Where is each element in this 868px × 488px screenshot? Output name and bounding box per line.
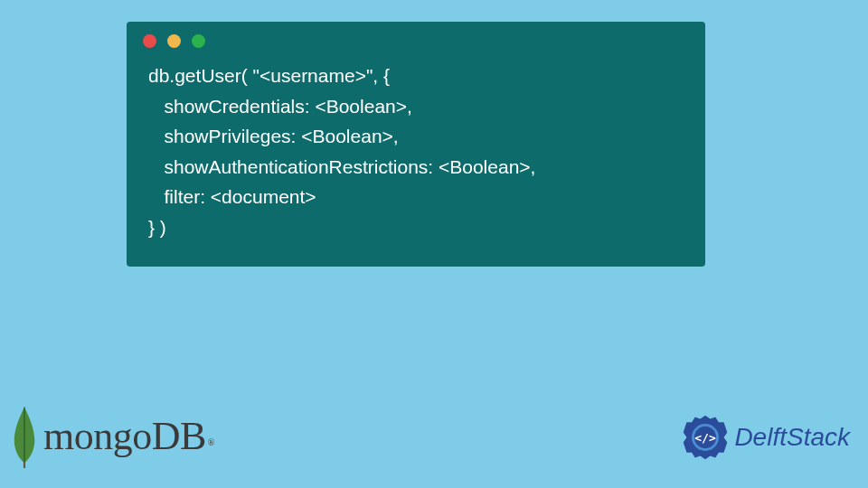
code-line: filter: <document> <box>148 186 316 207</box>
window-controls <box>127 22 705 57</box>
delftstack-gear-icon: </> <box>680 412 731 463</box>
code-line: showAuthenticationRestrictions: <Boolean… <box>148 156 535 177</box>
delftstack-text: DelftStack <box>734 423 850 452</box>
delftstack-logo: </> DelftStack <box>680 412 850 463</box>
code-line: showPrivileges: <Boolean>, <box>148 126 399 146</box>
code-line: showCredentials: <Boolean>, <box>148 96 412 117</box>
minimize-icon <box>167 34 181 48</box>
code-window: db.getUser( "<username>", { showCredenti… <box>127 22 705 267</box>
mongodb-label: mongoDB <box>43 414 206 458</box>
maximize-icon <box>192 34 205 48</box>
svg-text:</>: </> <box>695 431 717 445</box>
code-block: db.getUser( "<username>", { showCredenti… <box>127 57 705 250</box>
close-icon <box>143 34 156 48</box>
code-line: db.getUser( "<username>", { <box>148 65 390 86</box>
mongodb-logo: mongoDB® <box>7 403 212 468</box>
mongodb-leaf-icon <box>7 403 42 468</box>
mongodb-registered: ® <box>208 437 214 447</box>
code-line: } ) <box>148 217 166 238</box>
mongodb-text: mongoDB® <box>43 413 212 459</box>
